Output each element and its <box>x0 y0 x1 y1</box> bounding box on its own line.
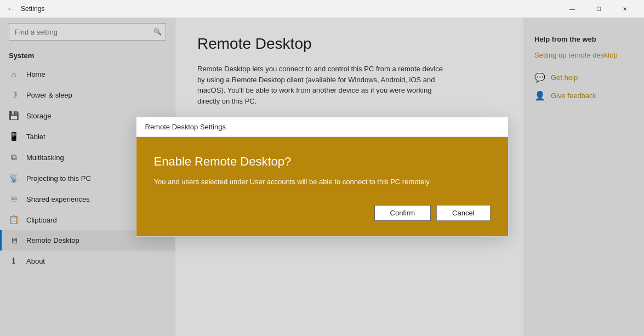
dialog-overlay: Remote Desktop Settings Enable Remote De… <box>0 18 644 336</box>
minimize-button[interactable]: — <box>560 0 585 18</box>
titlebar-left: ← Settings <box>7 4 44 14</box>
maximize-button[interactable]: ☐ <box>586 0 611 18</box>
dialog-body: Enable Remote Desktop? You and users sel… <box>136 137 508 236</box>
dialog: Remote Desktop Settings Enable Remote De… <box>136 117 509 237</box>
titlebar-title: Settings <box>21 5 44 13</box>
back-button[interactable]: ← <box>7 4 15 14</box>
cancel-button[interactable]: Cancel <box>436 205 490 221</box>
dialog-heading: Enable Remote Desktop? <box>154 155 491 169</box>
dialog-buttons: Confirm Cancel <box>154 205 491 221</box>
confirm-button[interactable]: Confirm <box>374 205 431 221</box>
dialog-text: You and users selected under User accoun… <box>154 176 491 187</box>
close-button[interactable]: ✕ <box>612 0 637 18</box>
titlebar-controls: — ☐ ✕ <box>560 0 637 18</box>
titlebar: ← Settings — ☐ ✕ <box>0 0 644 18</box>
dialog-titlebar: Remote Desktop Settings <box>136 117 508 137</box>
